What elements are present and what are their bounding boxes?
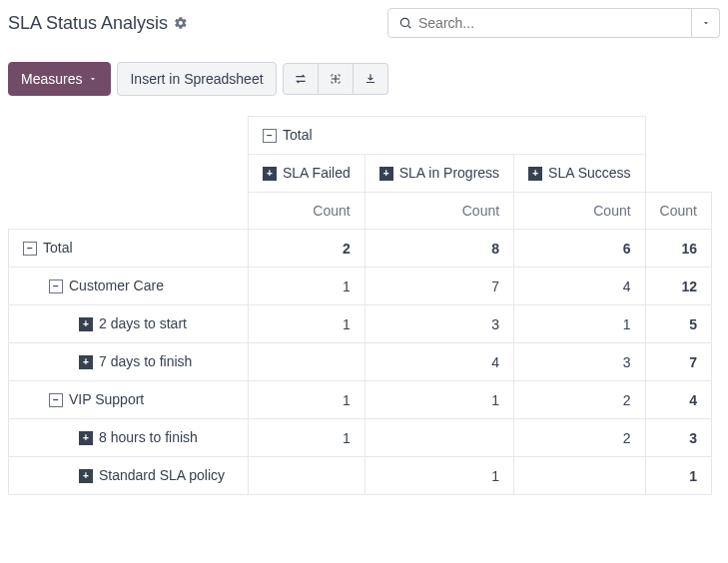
insert-spreadsheet-button[interactable]: Insert in Spreadsheet: [117, 62, 276, 96]
table-row: +7 days to finish437: [9, 343, 712, 381]
table-cell: 1: [249, 381, 365, 419]
table-cell: 1: [249, 305, 365, 343]
count-header: Count: [645, 193, 711, 230]
table-cell: 16: [645, 230, 711, 268]
row-label-text: Total: [43, 240, 73, 256]
insert-label: Insert in Spreadsheet: [130, 71, 263, 87]
search-options-toggle[interactable]: [692, 8, 720, 38]
table-cell: 2: [514, 419, 646, 457]
row-label-text: 8 hours to finish: [99, 429, 198, 445]
table-cell: 7: [645, 343, 711, 381]
expand-icon[interactable]: +: [379, 167, 393, 181]
row-label-text: 7 days to finish: [99, 353, 192, 369]
svg-line-1: [408, 26, 411, 29]
flip-axis-button[interactable]: [283, 63, 319, 95]
row-label-text: VIP Support: [69, 391, 144, 407]
table-row: −VIP Support1124: [9, 381, 712, 419]
col-header-sla-failed[interactable]: +SLA Failed: [249, 155, 365, 193]
search-input[interactable]: [418, 15, 681, 31]
gear-icon[interactable]: [174, 16, 188, 30]
table-row: +Standard SLA policy11: [9, 457, 712, 495]
table-cell: 1: [249, 268, 365, 305]
row-label-text: 2 days to start: [99, 315, 187, 331]
table-cell: 1: [514, 305, 646, 343]
col-header-sla-success[interactable]: +SLA Success: [514, 155, 646, 193]
table-cell: 1: [645, 457, 711, 495]
table-row: +2 days to start1315: [9, 305, 712, 343]
table-cell: 3: [364, 305, 513, 343]
row-label-text: Standard SLA policy: [99, 467, 225, 483]
table-row: −Total28616: [9, 230, 712, 268]
pivot-table: −Total +SLA Failed +SLA in Progress +SLA…: [8, 116, 712, 495]
collapse-icon[interactable]: −: [49, 280, 63, 293]
expand-all-button[interactable]: [319, 63, 354, 95]
table-cell: 12: [645, 268, 711, 305]
measures-label: Measures: [21, 71, 82, 87]
caret-down-icon: [88, 74, 98, 84]
col-total-header[interactable]: −Total: [249, 117, 646, 155]
col-header-sla-in-progress[interactable]: +SLA in Progress: [364, 155, 513, 193]
count-header: Count: [514, 193, 646, 230]
count-header: Count: [249, 193, 365, 230]
search-input-container[interactable]: [387, 8, 692, 38]
expand-icon[interactable]: +: [79, 431, 93, 445]
collapse-icon[interactable]: −: [23, 242, 37, 256]
expand-icon[interactable]: +: [263, 167, 277, 181]
table-row: −Customer Care17412: [9, 268, 712, 305]
row-label-text: Customer Care: [69, 278, 164, 293]
svg-point-0: [400, 18, 408, 26]
table-cell: [364, 419, 513, 457]
expand-icon[interactable]: +: [79, 355, 93, 369]
table-cell: 4: [645, 381, 711, 419]
count-header: Count: [364, 193, 513, 230]
table-cell: [249, 343, 365, 381]
table-cell: 5: [645, 305, 711, 343]
table-cell: 8: [364, 230, 513, 268]
collapse-icon[interactable]: −: [49, 393, 63, 407]
row-label[interactable]: +Standard SLA policy: [9, 457, 249, 495]
table-row: +8 hours to finish123: [9, 419, 712, 457]
table-cell: 1: [364, 457, 513, 495]
table-cell: 1: [249, 419, 365, 457]
table-cell: 3: [514, 343, 646, 381]
row-label[interactable]: +2 days to start: [9, 305, 249, 343]
page-title: SLA Status Analysis: [8, 13, 168, 34]
table-cell: 2: [514, 381, 646, 419]
table-cell: 4: [364, 343, 513, 381]
collapse-icon[interactable]: −: [263, 129, 277, 143]
download-icon: [364, 72, 377, 86]
table-cell: 1: [364, 381, 513, 419]
table-cell: 4: [514, 268, 646, 305]
row-label[interactable]: −Total: [9, 230, 249, 268]
row-label[interactable]: −Customer Care: [9, 268, 249, 305]
row-label[interactable]: +8 hours to finish: [9, 419, 249, 457]
search-icon: [398, 16, 412, 30]
table-cell: 7: [364, 268, 513, 305]
row-label[interactable]: +7 days to finish: [9, 343, 249, 381]
expand-icon: [329, 72, 343, 86]
table-cell: 6: [514, 230, 646, 268]
swap-icon: [294, 72, 308, 86]
expand-icon[interactable]: +: [528, 167, 542, 181]
row-label[interactable]: −VIP Support: [9, 381, 249, 419]
table-cell: [514, 457, 646, 495]
expand-icon[interactable]: +: [79, 317, 93, 331]
table-cell: 2: [249, 230, 365, 268]
table-cell: [249, 457, 365, 495]
download-button[interactable]: [354, 63, 388, 95]
table-cell: 3: [645, 419, 711, 457]
expand-icon[interactable]: +: [79, 469, 93, 483]
measures-button[interactable]: Measures: [8, 62, 111, 96]
